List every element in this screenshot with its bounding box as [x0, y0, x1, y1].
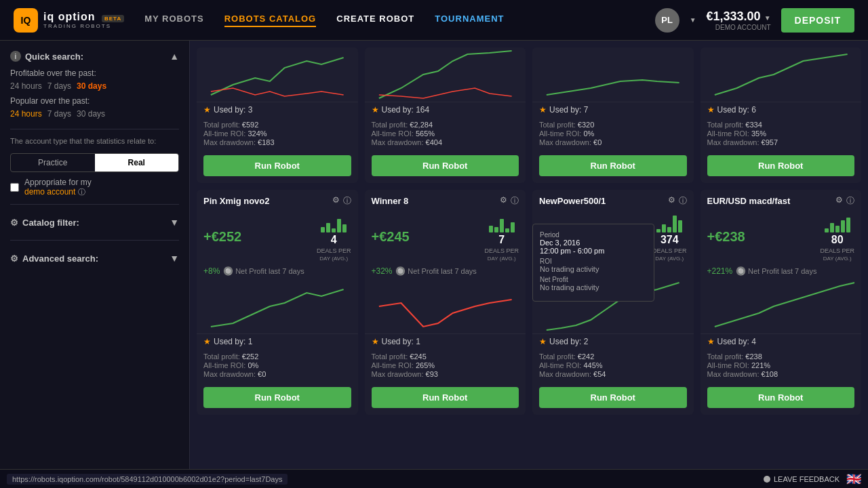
profitable-24h[interactable]: 24 hours	[10, 81, 42, 91]
catalog-filter-chevron-icon[interactable]: ▼	[170, 217, 179, 228]
logo-text: iq option BETA TRADING ROBOTS	[43, 11, 124, 29]
info-icon-np[interactable]: ⓘ	[679, 195, 687, 207]
deals-label-newpower: DEALS PER	[652, 247, 687, 254]
bar	[656, 229, 660, 232]
pct-row-pin-xmig: +8% 🔘 Net Profit last 7 days	[197, 264, 358, 279]
collapse-icon[interactable]: ▲	[170, 51, 179, 62]
info-icon: i	[10, 51, 21, 62]
logo-icon: IQ	[14, 8, 38, 33]
balance-amount: €1,333.00 ▼	[707, 9, 771, 24]
used-by-3: ★ Used by: 7	[532, 102, 694, 117]
card-icons-eurusd: ⚙ ⓘ	[835, 195, 854, 207]
catalog-filter-header[interactable]: ⚙ Catalog filter: ▼	[10, 211, 179, 233]
balance-chevron-icon[interactable]: ▼	[764, 14, 771, 22]
run-button-top-4[interactable]: Run Robot	[707, 155, 855, 176]
card-winner8-header: Winner 8 ⚙ ⓘ	[365, 190, 526, 209]
popular-30d[interactable]: 30 days	[77, 109, 105, 119]
used-by-text-eurusd: Used by: 4	[717, 337, 756, 346]
deals-num-eurusd: 80	[831, 234, 844, 246]
chart-tooltip: Period Dec 3, 2016 12:00 pm - 6:00 pm RO…	[532, 224, 654, 302]
used-by-text-2: Used by: 164	[382, 105, 430, 115]
content-area: ★ Used by: 3 Total profit: €592 All-time…	[190, 41, 868, 488]
mini-bars-pin-xmig	[321, 212, 347, 232]
mini-bars-winner8	[489, 212, 515, 232]
demo-account-link[interactable]: demo account	[24, 187, 75, 197]
profitable-7d[interactable]: 7 days	[47, 81, 71, 91]
account-note: The account type that the statistics rel…	[10, 136, 179, 146]
profit-row-winner8: +€245 7 DEALS PER DAY (AVG.)	[365, 209, 526, 264]
settings-icon-w8[interactable]: ⚙	[500, 195, 507, 207]
appropriate-checkbox[interactable]	[10, 183, 19, 192]
settings-icon-np[interactable]: ⚙	[668, 195, 675, 207]
run-button-pin-xmig[interactable]: Run Robot	[203, 387, 351, 408]
star-icon-4: ★	[707, 105, 715, 115]
run-button-newpower[interactable]: Run Robot	[539, 387, 687, 408]
pct-gray-eu: 🔘	[736, 266, 748, 276]
pct-row-winner8: +32% 🔘 Net Profit last 7 days	[365, 264, 526, 279]
appropriate-checkbox-row: Appropriate for my demo account ⓘ	[10, 178, 179, 197]
used-by-text-1: Used by: 3	[214, 105, 252, 115]
star-icon-newpower: ★	[539, 337, 547, 346]
deals-area-newpower: 374 DEALS PER DAY (AVG.)	[652, 212, 687, 262]
avatar-chevron-icon[interactable]: ▼	[690, 16, 696, 24]
adv-search-chevron-icon[interactable]: ▼	[170, 253, 179, 264]
used-by-newpower: ★ Used by: 2	[532, 333, 694, 349]
main-layout: i Quick search: ▲ Profitable over the pa…	[0, 41, 868, 488]
used-by-text-winner8: Used by: 1	[382, 337, 420, 346]
info-icon-w8[interactable]: ⓘ	[511, 195, 519, 207]
statusbar-url: https://robots.iqoption.com/robot/584911…	[7, 474, 288, 485]
run-button-top-1[interactable]: Run Robot	[203, 155, 351, 176]
bar	[337, 219, 341, 232]
used-by-winner8: ★ Used by: 1	[365, 333, 526, 349]
header: IQ iq option BETA TRADING ROBOTS MY ROBO…	[0, 0, 868, 41]
run-button-eurusd[interactable]: Run Robot	[707, 387, 855, 408]
info-icon-eu[interactable]: ⓘ	[846, 195, 854, 207]
star-icon-pin-xmig: ★	[203, 337, 211, 346]
net-label-eurusd: Net Profit last 7 days	[748, 267, 817, 275]
advanced-search-header[interactable]: ⚙ Advanced search: ▼	[10, 247, 179, 269]
adv-gear-icon: ⚙	[10, 253, 18, 264]
nav-tournament[interactable]: TOURNAMENT	[435, 14, 504, 27]
run-button-winner8[interactable]: Run Robot	[372, 387, 519, 408]
card-name-pin-xmig: Pin Xmig novo2	[203, 196, 270, 206]
bar	[494, 227, 498, 232]
top-card-3: ★ Used by: 7 Total profit: €320 All-time…	[532, 47, 694, 183]
deals-label-winner8: DEALS PER	[484, 247, 519, 254]
deals-per-winner8: DAY (AVG.)	[488, 256, 516, 262]
nav-robots-catalog[interactable]: ROBOTS CATALOG	[224, 14, 317, 27]
nav-my-robots[interactable]: MY ROBOTS	[144, 14, 204, 27]
popular-label: Popular over the past:	[10, 96, 179, 106]
leave-feedback-button[interactable]: LEAVE FEEDBACK	[764, 475, 840, 483]
account-practice[interactable]: Practice	[11, 154, 95, 171]
bar	[511, 222, 515, 232]
chart-1	[197, 47, 358, 102]
stat-drawdown-1: Max drawdown: €183	[203, 138, 351, 146]
chart-2	[365, 47, 526, 102]
run-button-top-3[interactable]: Run Robot	[539, 155, 687, 176]
uk-flag-icon[interactable]: 🇬🇧	[846, 472, 861, 487]
deposit-button[interactable]: DEPOSIT	[781, 8, 854, 33]
tooltip-roi: ROI No trading activity	[540, 258, 647, 273]
deals-num-winner8: 7	[498, 234, 505, 246]
account-real[interactable]: Real	[95, 154, 179, 171]
profitable-30d[interactable]: 30 days	[77, 81, 106, 91]
nav-create-robot[interactable]: CREATE ROBOT	[336, 14, 414, 27]
card-icons-pin-xmig: ⚙ ⓘ	[332, 195, 351, 207]
settings-icon-eu[interactable]: ⚙	[835, 195, 843, 207]
avatar[interactable]: PL	[655, 8, 679, 33]
logo-sub: TRADING ROBOTS	[43, 23, 124, 29]
star-icon-2: ★	[372, 105, 379, 115]
info-icon-card[interactable]: ⓘ	[343, 195, 351, 207]
run-button-top-2[interactable]: Run Robot	[372, 155, 519, 176]
card-icons-winner8: ⚙ ⓘ	[500, 195, 519, 207]
bottom-cards-row: Pin Xmig novo2 ⚙ ⓘ +€252	[197, 190, 861, 415]
used-by-text-3: Used by: 7	[549, 105, 588, 115]
bar	[489, 226, 493, 232]
popular-7d[interactable]: 7 days	[47, 109, 71, 119]
popular-24h[interactable]: 24 hours	[10, 109, 42, 119]
info-icon-small: ⓘ	[78, 188, 85, 196]
stat-total-1: Total profit: €592	[203, 121, 351, 129]
popular-filters: 24 hours 7 days 30 days	[10, 109, 179, 119]
bar	[673, 216, 677, 232]
settings-icon[interactable]: ⚙	[332, 195, 340, 207]
